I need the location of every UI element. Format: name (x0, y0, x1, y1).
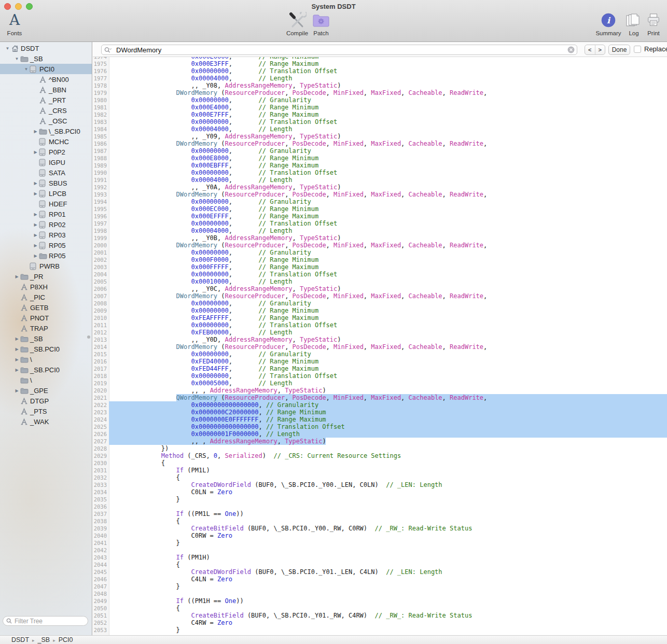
patch-button[interactable]: Patch (310, 11, 332, 36)
previous-match-button[interactable]: < (585, 45, 595, 54)
line-number: 1984 (93, 125, 107, 133)
method-icon (39, 76, 49, 83)
sidebar-item-pnot[interactable]: PNOT (0, 313, 92, 323)
disclosure-open-icon[interactable]: ▼ (13, 57, 20, 61)
line-number: 2030 (93, 459, 107, 467)
line-number: 1999 (93, 234, 107, 242)
sidebar-item-rp05[interactable]: ▶RP05 (0, 250, 92, 261)
sidebar-item-osc[interactable]: _OSC (0, 116, 92, 126)
sidebar-item-[interactable]: \ (0, 375, 92, 385)
code-line: 1975 0x000E3FFF, // Range Maximum (93, 60, 667, 67)
line-number: 1997 (93, 220, 107, 227)
sidebar-item-pic[interactable]: _PIC (0, 292, 92, 302)
line-number: 2044 (93, 561, 107, 568)
sidebar-item-getb[interactable]: GETB (0, 302, 92, 313)
info-circle-icon: i (601, 11, 616, 29)
code-line: 2039 CreateBitField (BUF0, \_SB.PCI0._Y0… (93, 525, 667, 532)
line-number: 2035 (93, 496, 107, 503)
sidebar-item-sbus[interactable]: ▶SBUS (0, 178, 92, 188)
line-number: 2040 (93, 532, 107, 539)
replace-checkbox[interactable] (634, 46, 641, 53)
disclosure-closed-icon[interactable]: ▶ (32, 222, 39, 227)
log-button[interactable]: Log (624, 11, 643, 36)
sidebar-item-crs[interactable]: _CRS (0, 105, 92, 116)
code-line: 2038 { (93, 517, 667, 525)
sidebar-item-sb[interactable]: ▼_SB (0, 53, 92, 64)
sidebar-item-pci0[interactable]: ▼PCI0 (0, 64, 92, 74)
line-number: 2052 (93, 619, 107, 626)
compile-button[interactable]: Compile (285, 11, 309, 36)
sidebar-item-sb[interactable]: ▶_SB (0, 333, 92, 344)
disclosure-closed-icon[interactable]: ▶ (32, 233, 39, 237)
line-number: 2032 (93, 474, 107, 481)
breadcrumb-separator-icon: ▸ (32, 638, 35, 643)
sidebar-scrollbar-thumb[interactable] (87, 335, 90, 339)
search-input[interactable] (114, 46, 567, 54)
disclosure-closed-icon[interactable]: ▶ (32, 243, 39, 248)
sidebar-item-prt[interactable]: _PRT (0, 95, 92, 105)
sidebar-item-mchc[interactable]: MCHC (0, 136, 92, 147)
sidebar-item-wak[interactable]: _WAK (0, 416, 92, 427)
code-line: 1979 DWordMemory (ResourceProducer, PosD… (93, 89, 667, 96)
disclosure-closed-icon[interactable]: ▶ (32, 212, 39, 217)
sidebar-item-hdef[interactable]: HDEF (0, 199, 92, 209)
sidebar-item-lpcb[interactable]: ▶LPCB (0, 188, 92, 199)
disclosure-closed-icon[interactable]: ▶ (32, 254, 39, 258)
filter-tree-field[interactable] (3, 616, 88, 626)
breadcrumb-item[interactable]: _SB (38, 636, 50, 643)
folder-icon (20, 55, 30, 62)
sidebar-item-dtgp[interactable]: DTGP (0, 396, 92, 406)
sidebar-item-dsdt[interactable]: ▼DSDT (0, 43, 92, 53)
sidebar-item-pr[interactable]: ▶_PR (0, 271, 92, 282)
sidebar-item-sbpci0[interactable]: ▶\_SB.PCI0 (0, 126, 92, 136)
filter-tree-input[interactable] (12, 618, 92, 625)
sidebar-item-[interactable]: ▶\ (0, 354, 92, 365)
disclosure-closed-icon[interactable]: ▶ (13, 388, 20, 393)
done-button[interactable]: Done (608, 45, 630, 55)
sidebar-item-p8xh[interactable]: P8XH (0, 282, 92, 292)
code-editor[interactable]: 1974 0x000E0000, // Range Minimum1975 0x… (93, 57, 667, 635)
sidebar-item-pts[interactable]: _PTS (0, 406, 92, 416)
disclosure-closed-icon[interactable]: ▶ (13, 357, 20, 362)
disclosure-open-icon[interactable]: ▼ (4, 46, 11, 51)
sidebar-item-sata[interactable]: SATA (0, 167, 92, 178)
sidebar-item-igpu[interactable]: IGPU (0, 157, 92, 167)
sidebar-item-rp05[interactable]: ▶RP05 (0, 240, 92, 250)
sidebar-item-pwrb[interactable]: PWRB (0, 261, 92, 271)
sidebar-item-rp03[interactable]: ▶RP03 (0, 230, 92, 240)
disclosure-open-icon[interactable]: ▼ (23, 67, 30, 72)
sidebar-item-gpe[interactable]: ▶_GPE (0, 385, 92, 396)
disclosure-closed-icon[interactable]: ▶ (13, 368, 20, 372)
breadcrumb-item[interactable]: PCI0 (59, 636, 73, 643)
print-button[interactable]: Print (643, 11, 664, 36)
search-field[interactable] (101, 45, 577, 55)
sidebar-item-sbpci0[interactable]: ▶_SB.PCI0 (0, 344, 92, 354)
sidebar-item-bn00[interactable]: ^BN00 (0, 74, 92, 85)
sidebar-item-rp02[interactable]: ▶RP02 (0, 219, 92, 230)
line-number: 2009 (93, 307, 107, 314)
sidebar-item-label: _WAK (30, 418, 49, 426)
sidebar-item-rp01[interactable]: ▶RP01 (0, 209, 92, 219)
disclosure-closed-icon[interactable]: ▶ (32, 150, 39, 155)
clear-search-icon[interactable] (567, 46, 575, 53)
disclosure-closed-icon[interactable]: ▶ (13, 337, 20, 341)
next-match-button[interactable]: > (595, 45, 605, 54)
disclosure-closed-icon[interactable]: ▶ (32, 129, 39, 134)
dsdt-tree[interactable]: ▼DSDT▼_SB▼PCI0^BN00_BBN_PRT_CRS_OSC▶\_SB… (0, 43, 92, 427)
disclosure-closed-icon[interactable]: ▶ (32, 191, 39, 196)
sidebar-item-p0p2[interactable]: ▶P0P2 (0, 147, 92, 157)
sidebar-item-sbpci0[interactable]: ▶_SB.PCI0 (0, 365, 92, 375)
breadcrumb-item[interactable]: DSDT (11, 636, 29, 643)
line-number: 2025 (93, 423, 107, 430)
sidebar-item-trap[interactable]: TRAP (0, 323, 92, 333)
disclosure-closed-icon[interactable]: ▶ (13, 274, 20, 279)
method-icon (39, 117, 49, 125)
disclosure-closed-icon[interactable]: ▶ (32, 181, 39, 186)
disclosure-closed-icon[interactable]: ▶ (13, 347, 20, 352)
line-number: 2028 (93, 445, 107, 452)
fonts-button[interactable]: A Fonts (2, 11, 27, 36)
summary-button[interactable]: i Summary (593, 11, 623, 36)
folder-icon (20, 356, 30, 363)
sidebar-item-bbn[interactable]: _BBN (0, 85, 92, 95)
code-line: 2013 ,, _Y0D, AddressRangeMemory, TypeSt… (93, 336, 667, 343)
